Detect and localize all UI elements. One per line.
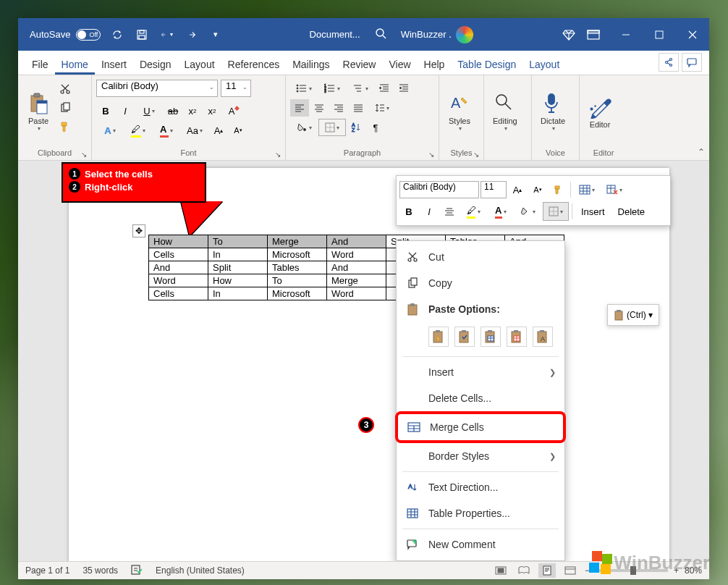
search-icon[interactable] [375,28,386,41]
redo-icon[interactable] [185,28,198,41]
numbering-button[interactable]: 123▾ [318,80,346,97]
mini-font-color-button[interactable]: A▾ [488,202,514,221]
table-move-handle-icon[interactable]: ✥ [132,224,145,237]
toggle-switch[interactable]: Off [76,29,101,41]
tab-help[interactable]: Help [418,54,452,75]
mini-shading-button[interactable]: ▾ [515,202,541,221]
styles-launcher-icon[interactable]: ↘ [473,151,479,159]
tab-review[interactable]: Review [337,54,383,75]
align-left-button[interactable] [290,99,309,117]
clipboard-launcher-icon[interactable]: ↘ [81,151,87,159]
ctx-cut[interactable]: Cut [397,244,564,270]
grow-font-button[interactable]: A▴ [209,122,228,139]
bullets-button[interactable]: ▾ [290,80,318,97]
mini-insert-button[interactable]: Insert [575,202,611,221]
change-case-button[interactable]: Aa▾ [181,122,208,139]
ctx-border-styles[interactable]: Border Styles ❯ [397,443,564,469]
italic-button[interactable]: I [116,102,135,119]
mini-highlight-button[interactable]: 🖊▾ [460,202,486,221]
diamond-icon[interactable] [560,26,577,43]
tab-references[interactable]: References [221,54,287,75]
font-size-select[interactable]: 11⌄ [221,80,251,97]
zoom-slider[interactable] [596,569,668,572]
web-layout-icon[interactable] [562,563,579,578]
underline-button[interactable]: U▾ [135,102,163,119]
zoom-out-button[interactable]: − [585,565,590,576]
mini-shrink-font-button[interactable]: A▾ [528,180,547,199]
qat-customize-icon[interactable]: ▾ [209,28,222,41]
paste-button[interactable]: Paste ▾ [22,78,54,146]
dictate-button[interactable]: Dictate▾ [536,78,570,146]
mini-delete-table-button[interactable]: ▾ [601,180,627,199]
undo-icon[interactable]: ▾ [160,28,173,41]
focus-mode-icon[interactable] [492,563,509,578]
tab-table-design[interactable]: Table Design [451,54,522,75]
show-marks-button[interactable]: ¶ [366,119,385,136]
mini-font-size-select[interactable]: 11 [481,181,507,198]
ctx-new-comment[interactable]: New Comment [397,531,564,557]
text-effects-button[interactable]: A▾ [96,122,124,139]
paste-text-only-icon[interactable]: A [533,327,553,347]
mini-delete-button[interactable]: Delete [612,202,651,221]
tab-design[interactable]: Design [133,54,178,75]
align-center-button[interactable] [310,99,329,117]
zoom-in-button[interactable]: + [674,565,679,576]
mini-align-button[interactable] [440,202,459,221]
mini-format-painter-icon[interactable] [549,180,567,199]
cut-icon[interactable] [57,81,73,97]
collapse-ribbon-icon[interactable]: ⌃ [698,147,705,157]
bold-button[interactable]: B [96,102,115,119]
document-page[interactable]: 1Select the cells 2Right-click ✥ How To … [69,168,669,561]
mini-italic-button[interactable]: I [420,202,439,221]
document-area[interactable]: 1Select the cells 2Right-click ✥ How To … [18,161,709,561]
save-icon[interactable] [135,28,148,41]
superscript-button[interactable]: x2 [203,102,221,119]
styles-button[interactable]: A Styles▾ [444,78,475,146]
minimize-button[interactable] [609,18,643,51]
mini-insert-table-button[interactable]: ▾ [574,180,600,199]
autosave-toggle[interactable]: AutoSave Off [30,29,101,41]
paste-options-pill[interactable]: (Ctrl) ▾ [607,304,659,326]
multilevel-button[interactable]: ▾ [347,80,374,97]
shrink-font-button[interactable]: A▾ [229,122,247,139]
ctx-delete-cells[interactable]: Delete Cells... [397,385,564,411]
ctx-merge-cells[interactable]: Merge Cells [398,414,563,440]
align-right-button[interactable] [329,99,348,117]
ctx-insert[interactable]: Insert ❯ [397,359,564,385]
font-color-button[interactable]: A▾ [153,122,180,139]
ctx-text-direction[interactable]: A Text Direction... [397,474,564,500]
justify-button[interactable] [349,99,368,117]
line-spacing-button[interactable]: ▾ [368,99,396,117]
font-name-select[interactable]: Calibri (Body)⌄ [96,80,218,97]
tab-insert[interactable]: Insert [95,54,133,75]
copy-icon[interactable] [57,100,73,116]
tab-home[interactable]: Home [55,54,95,75]
subscript-button[interactable]: x2 [183,102,202,119]
ribbon-display-icon[interactable] [585,26,602,43]
increase-indent-button[interactable] [394,80,413,97]
paste-merge-icon[interactable] [454,327,475,347]
print-layout-icon[interactable] [538,563,556,578]
tab-mailings[interactable]: Mailings [286,54,336,75]
editor-button[interactable]: Editor [584,78,616,146]
paragraph-launcher-icon[interactable]: ↘ [428,151,434,159]
paste-nest-table-icon[interactable] [481,327,501,347]
tab-file[interactable]: File [25,54,55,75]
highlight-button[interactable]: 🖊▾ [124,122,152,139]
language-status[interactable]: English (United States) [156,565,245,576]
maximize-button[interactable] [643,18,676,51]
borders-button[interactable]: ▾ [318,119,346,136]
clear-format-button[interactable]: A◆ [222,102,241,119]
sort-button[interactable]: AZ [347,119,365,136]
account-button[interactable]: WinBuzzer . [401,26,473,43]
paste-keep-source-icon[interactable] [428,327,449,347]
ctx-table-properties[interactable]: Table Properties... [397,500,564,526]
tab-view[interactable]: View [382,54,417,75]
share-button[interactable] [659,53,679,72]
paste-overwrite-icon[interactable] [507,327,527,347]
comments-button[interactable] [682,53,702,72]
mini-borders-button[interactable]: ▾ [543,202,569,221]
word-count[interactable]: 35 words [82,565,118,576]
strikethrough-button[interactable]: ab [164,102,182,119]
font-launcher-icon[interactable]: ↘ [275,151,281,159]
